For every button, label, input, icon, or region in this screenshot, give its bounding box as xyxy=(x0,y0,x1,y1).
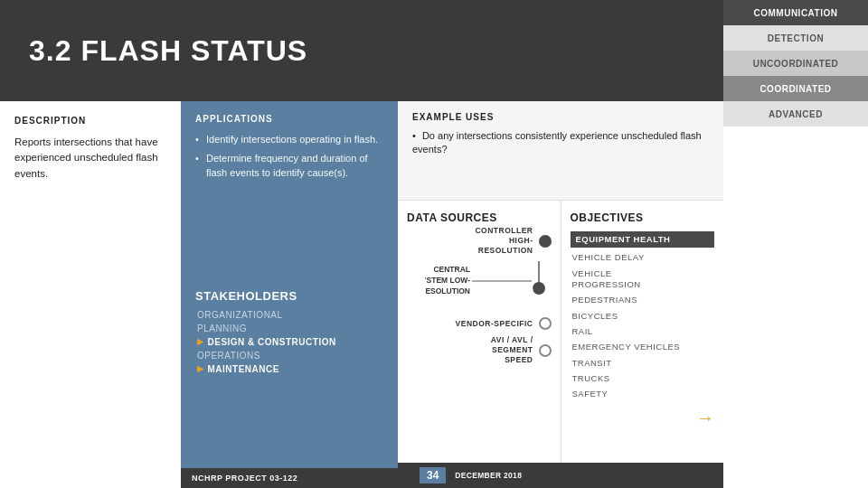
svg-text:SYSTEM LOW-: SYSTEM LOW- xyxy=(425,276,470,285)
svg-point-1 xyxy=(533,282,545,295)
footer-bar: NCHRP PROJECT 03-122 xyxy=(181,468,398,488)
objective-trucks: TRUCKS xyxy=(571,373,715,384)
footer-project: NCHRP PROJECT 03-122 xyxy=(192,474,297,483)
stakeholder-operations: OPERATIONS xyxy=(195,351,383,361)
applications-column: APPLICATIONS Identify intersections oper… xyxy=(181,101,398,488)
svg-text:RESOLUTION: RESOLUTION xyxy=(425,286,470,296)
objective-vehicle-progression: VEHICLEPROGRESSION xyxy=(571,268,715,291)
data-source-text-1: CONTROLLERHIGH-RESOLUTION xyxy=(407,226,533,256)
dot-4 xyxy=(539,344,552,357)
applications-header: APPLICATIONS Identify intersections oper… xyxy=(181,101,398,194)
description-label: DESCRIPTION xyxy=(14,116,166,126)
example-uses-text: • Do any intersections consistently expe… xyxy=(412,129,709,157)
description-column: DESCRIPTION Reports intersections that h… xyxy=(0,101,181,488)
arrow-right-icon: → xyxy=(696,408,714,428)
stakeholder-design: DESIGN & CONSTRUCTION xyxy=(195,337,383,347)
stakeholders-section: STAKEHOLDERS ORGANIZATIONAL PLANNING DES… xyxy=(181,278,398,385)
data-column: EXAMPLE USES • Do any intersections cons… xyxy=(398,101,723,488)
stakeholder-planning: PLANNING xyxy=(195,324,383,333)
applications-label: APPLICATIONS xyxy=(195,114,383,124)
example-bullet-icon: • xyxy=(412,130,416,141)
objective-emergency: EMERGENCY VEHICLES xyxy=(571,342,715,352)
objective-equipment-health: EQUIPMENT HEALTH xyxy=(571,231,715,248)
stakeholder-maintenance: MAINTENANCE xyxy=(195,364,383,374)
example-uses-section: EXAMPLE USES • Do any intersections cons… xyxy=(398,101,723,201)
stakeholders-label: STAKEHOLDERS xyxy=(195,289,383,303)
nav-communication[interactable]: COMMUNICATION xyxy=(723,0,868,25)
main-content: DESCRIPTION Reports intersections that h… xyxy=(0,101,723,488)
right-nav: COMMUNICATION DETECTION UNCOORDINATED CO… xyxy=(723,0,868,127)
objective-transit: TRANSIT xyxy=(571,358,715,369)
svg-text:●: ● xyxy=(529,286,533,294)
data-sources-title: DATA SOURCES xyxy=(407,211,552,224)
stakeholder-organizational: ORGANIZATIONAL xyxy=(195,310,383,320)
nav-advanced[interactable]: ADVANCED xyxy=(723,101,868,127)
example-uses-label: EXAMPLE USES xyxy=(412,112,709,122)
page-number: 34 xyxy=(420,467,446,483)
applications-bullets: Identify intersections operating in flas… xyxy=(195,133,383,180)
data-source-text-4: AVI / AVL /SEGMENTSPEED xyxy=(407,335,533,365)
objective-bicycles: BICYCLES xyxy=(571,311,715,322)
app-bullet-2: Determine frequency and duration of flas… xyxy=(195,152,383,180)
dot-3 xyxy=(539,317,552,330)
objective-pedestrians: PEDESTRIANS xyxy=(571,295,715,305)
data-sources-column: DATA SOURCES CONTROLLERHIGH-RESOLUTION ●… xyxy=(398,201,561,463)
nav-detection[interactable]: DETECTION xyxy=(723,25,868,51)
svg-text:CENTRAL: CENTRAL xyxy=(433,265,470,274)
header: 3.2 FLASH STATUS xyxy=(0,0,723,101)
description-text: Reports intersections that have experien… xyxy=(14,135,166,182)
data-source-row-4: AVI / AVL /SEGMENTSPEED xyxy=(407,335,552,365)
data-source-row-3: VENDOR-SPECIFIC xyxy=(407,317,552,330)
objective-safety: SAFETY xyxy=(571,389,715,399)
objectives-footer: → xyxy=(571,408,715,428)
nav-uncoordinated[interactable]: UNCOORDINATED xyxy=(723,51,868,76)
objective-vehicle-delay: VEHICLE DELAY xyxy=(571,252,715,263)
objectives-column: OBJECTIVES EQUIPMENT HEALTH VEHICLE DELA… xyxy=(561,201,724,463)
connector-svg: ● CENTRAL SYSTEM LOW- RESOLUTION xyxy=(425,261,552,315)
footer-date: DECEMBER 2018 xyxy=(455,471,522,480)
data-source-row-1: CONTROLLERHIGH-RESOLUTION xyxy=(407,226,552,256)
dot-1 xyxy=(539,235,552,248)
data-source-text-3: VENDOR-SPECIFIC xyxy=(407,319,533,329)
nav-coordinated[interactable]: COORDINATED xyxy=(723,76,868,101)
page-title: 3.2 FLASH STATUS xyxy=(29,34,307,68)
objective-rail: RAIL xyxy=(571,326,715,337)
objectives-title: OBJECTIVES xyxy=(571,211,715,224)
bottom-section: DATA SOURCES CONTROLLERHIGH-RESOLUTION ●… xyxy=(398,201,723,463)
page-footer: 34 DECEMBER 2018 xyxy=(398,463,723,488)
app-bullet-1: Identify intersections operating in flas… xyxy=(195,133,383,146)
